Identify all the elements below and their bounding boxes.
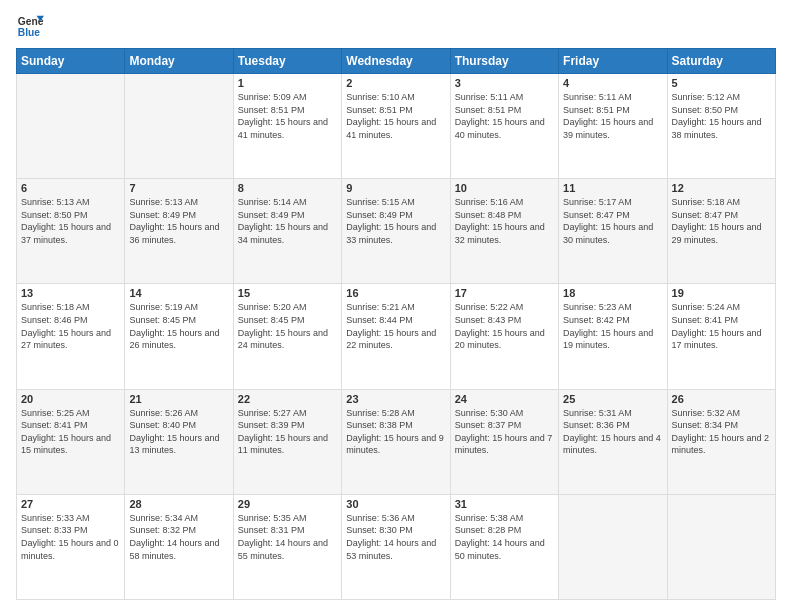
day-info: Sunrise: 5:16 AMSunset: 8:48 PMDaylight:… — [455, 196, 554, 246]
calendar-table: SundayMondayTuesdayWednesdayThursdayFrid… — [16, 48, 776, 600]
day-info: Sunrise: 5:10 AMSunset: 8:51 PMDaylight:… — [346, 91, 445, 141]
day-number: 25 — [563, 393, 662, 405]
daylight-text: Daylight: 15 hours and 41 minutes. — [346, 116, 445, 141]
day-number: 8 — [238, 182, 337, 194]
day-number: 21 — [129, 393, 228, 405]
sunrise-text: Sunrise: 5:09 AM — [238, 91, 337, 104]
day-info: Sunrise: 5:34 AMSunset: 8:32 PMDaylight:… — [129, 512, 228, 562]
calendar-cell: 25Sunrise: 5:31 AMSunset: 8:36 PMDayligh… — [559, 389, 667, 494]
day-number: 11 — [563, 182, 662, 194]
sunrise-text: Sunrise: 5:20 AM — [238, 301, 337, 314]
daylight-text: Daylight: 15 hours and 11 minutes. — [238, 432, 337, 457]
daylight-text: Daylight: 15 hours and 26 minutes. — [129, 327, 228, 352]
day-number: 3 — [455, 77, 554, 89]
day-info: Sunrise: 5:18 AMSunset: 8:47 PMDaylight:… — [672, 196, 771, 246]
sunset-text: Sunset: 8:51 PM — [455, 104, 554, 117]
sunset-text: Sunset: 8:40 PM — [129, 419, 228, 432]
sunset-text: Sunset: 8:37 PM — [455, 419, 554, 432]
sunset-text: Sunset: 8:33 PM — [21, 524, 120, 537]
sunrise-text: Sunrise: 5:36 AM — [346, 512, 445, 525]
day-number: 22 — [238, 393, 337, 405]
day-number: 9 — [346, 182, 445, 194]
day-number: 23 — [346, 393, 445, 405]
sunrise-text: Sunrise: 5:13 AM — [129, 196, 228, 209]
calendar-cell: 10Sunrise: 5:16 AMSunset: 8:48 PMDayligh… — [450, 179, 558, 284]
calendar-cell — [125, 74, 233, 179]
day-info: Sunrise: 5:27 AMSunset: 8:39 PMDaylight:… — [238, 407, 337, 457]
day-info: Sunrise: 5:13 AMSunset: 8:49 PMDaylight:… — [129, 196, 228, 246]
sunrise-text: Sunrise: 5:21 AM — [346, 301, 445, 314]
day-number: 24 — [455, 393, 554, 405]
daylight-text: Daylight: 15 hours and 17 minutes. — [672, 327, 771, 352]
day-info: Sunrise: 5:25 AMSunset: 8:41 PMDaylight:… — [21, 407, 120, 457]
daylight-text: Daylight: 15 hours and 40 minutes. — [455, 116, 554, 141]
sunset-text: Sunset: 8:41 PM — [21, 419, 120, 432]
day-info: Sunrise: 5:13 AMSunset: 8:50 PMDaylight:… — [21, 196, 120, 246]
daylight-text: Daylight: 15 hours and 37 minutes. — [21, 221, 120, 246]
daylight-text: Daylight: 14 hours and 50 minutes. — [455, 537, 554, 562]
daylight-text: Daylight: 15 hours and 4 minutes. — [563, 432, 662, 457]
day-number: 15 — [238, 287, 337, 299]
day-number: 12 — [672, 182, 771, 194]
daylight-text: Daylight: 15 hours and 2 minutes. — [672, 432, 771, 457]
calendar-cell: 20Sunrise: 5:25 AMSunset: 8:41 PMDayligh… — [17, 389, 125, 494]
calendar-header-row: SundayMondayTuesdayWednesdayThursdayFrid… — [17, 49, 776, 74]
day-info: Sunrise: 5:30 AMSunset: 8:37 PMDaylight:… — [455, 407, 554, 457]
calendar-cell: 29Sunrise: 5:35 AMSunset: 8:31 PMDayligh… — [233, 494, 341, 599]
sunrise-text: Sunrise: 5:13 AM — [21, 196, 120, 209]
day-info: Sunrise: 5:18 AMSunset: 8:46 PMDaylight:… — [21, 301, 120, 351]
sunset-text: Sunset: 8:42 PM — [563, 314, 662, 327]
calendar-cell: 23Sunrise: 5:28 AMSunset: 8:38 PMDayligh… — [342, 389, 450, 494]
calendar-cell: 6Sunrise: 5:13 AMSunset: 8:50 PMDaylight… — [17, 179, 125, 284]
sunrise-text: Sunrise: 5:22 AM — [455, 301, 554, 314]
calendar-cell: 24Sunrise: 5:30 AMSunset: 8:37 PMDayligh… — [450, 389, 558, 494]
weekday-header: Saturday — [667, 49, 775, 74]
calendar-week-row: 13Sunrise: 5:18 AMSunset: 8:46 PMDayligh… — [17, 284, 776, 389]
day-info: Sunrise: 5:38 AMSunset: 8:28 PMDaylight:… — [455, 512, 554, 562]
sunrise-text: Sunrise: 5:14 AM — [238, 196, 337, 209]
day-number: 13 — [21, 287, 120, 299]
calendar-cell: 4Sunrise: 5:11 AMSunset: 8:51 PMDaylight… — [559, 74, 667, 179]
daylight-text: Daylight: 15 hours and 32 minutes. — [455, 221, 554, 246]
page: General Blue SundayMondayTuesdayWednesda… — [0, 0, 792, 612]
calendar-week-row: 27Sunrise: 5:33 AMSunset: 8:33 PMDayligh… — [17, 494, 776, 599]
day-info: Sunrise: 5:21 AMSunset: 8:44 PMDaylight:… — [346, 301, 445, 351]
calendar-cell: 18Sunrise: 5:23 AMSunset: 8:42 PMDayligh… — [559, 284, 667, 389]
calendar-cell: 15Sunrise: 5:20 AMSunset: 8:45 PMDayligh… — [233, 284, 341, 389]
daylight-text: Daylight: 15 hours and 30 minutes. — [563, 221, 662, 246]
daylight-text: Daylight: 15 hours and 38 minutes. — [672, 116, 771, 141]
sunrise-text: Sunrise: 5:11 AM — [455, 91, 554, 104]
day-info: Sunrise: 5:17 AMSunset: 8:47 PMDaylight:… — [563, 196, 662, 246]
daylight-text: Daylight: 14 hours and 53 minutes. — [346, 537, 445, 562]
sunset-text: Sunset: 8:49 PM — [346, 209, 445, 222]
sunset-text: Sunset: 8:30 PM — [346, 524, 445, 537]
sunset-text: Sunset: 8:50 PM — [672, 104, 771, 117]
daylight-text: Daylight: 15 hours and 19 minutes. — [563, 327, 662, 352]
sunrise-text: Sunrise: 5:12 AM — [672, 91, 771, 104]
daylight-text: Daylight: 15 hours and 9 minutes. — [346, 432, 445, 457]
sunset-text: Sunset: 8:49 PM — [129, 209, 228, 222]
calendar-cell: 11Sunrise: 5:17 AMSunset: 8:47 PMDayligh… — [559, 179, 667, 284]
sunrise-text: Sunrise: 5:16 AM — [455, 196, 554, 209]
calendar-cell: 5Sunrise: 5:12 AMSunset: 8:50 PMDaylight… — [667, 74, 775, 179]
sunset-text: Sunset: 8:32 PM — [129, 524, 228, 537]
sunrise-text: Sunrise: 5:17 AM — [563, 196, 662, 209]
weekday-header: Monday — [125, 49, 233, 74]
day-info: Sunrise: 5:19 AMSunset: 8:45 PMDaylight:… — [129, 301, 228, 351]
calendar-cell: 2Sunrise: 5:10 AMSunset: 8:51 PMDaylight… — [342, 74, 450, 179]
daylight-text: Daylight: 15 hours and 29 minutes. — [672, 221, 771, 246]
calendar-cell — [17, 74, 125, 179]
day-number: 7 — [129, 182, 228, 194]
calendar-cell: 7Sunrise: 5:13 AMSunset: 8:49 PMDaylight… — [125, 179, 233, 284]
day-number: 5 — [672, 77, 771, 89]
daylight-text: Daylight: 15 hours and 22 minutes. — [346, 327, 445, 352]
day-info: Sunrise: 5:14 AMSunset: 8:49 PMDaylight:… — [238, 196, 337, 246]
calendar-cell: 19Sunrise: 5:24 AMSunset: 8:41 PMDayligh… — [667, 284, 775, 389]
sunrise-text: Sunrise: 5:24 AM — [672, 301, 771, 314]
sunset-text: Sunset: 8:39 PM — [238, 419, 337, 432]
day-number: 26 — [672, 393, 771, 405]
calendar-cell: 30Sunrise: 5:36 AMSunset: 8:30 PMDayligh… — [342, 494, 450, 599]
sunset-text: Sunset: 8:34 PM — [672, 419, 771, 432]
calendar-week-row: 6Sunrise: 5:13 AMSunset: 8:50 PMDaylight… — [17, 179, 776, 284]
day-number: 28 — [129, 498, 228, 510]
